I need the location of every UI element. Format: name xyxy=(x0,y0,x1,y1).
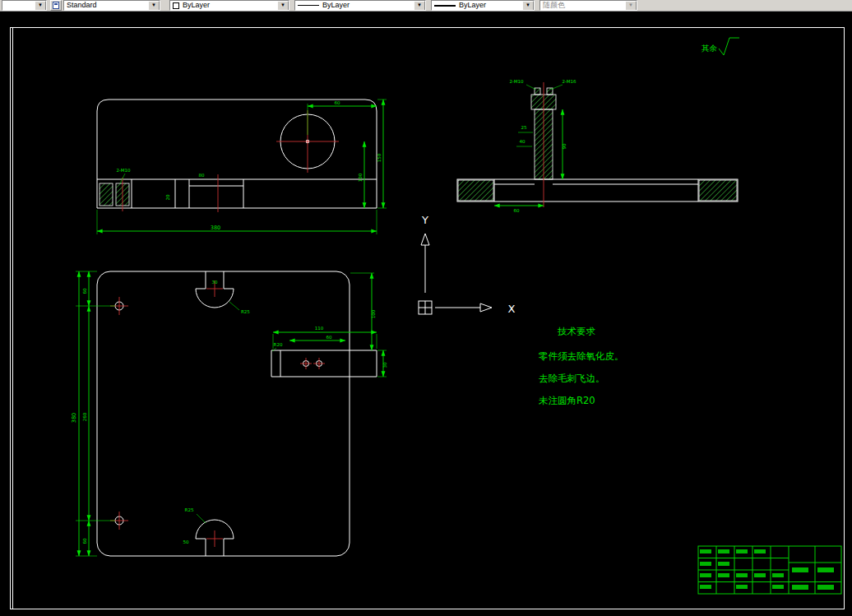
dim-label: 30 xyxy=(382,362,387,368)
tech-req-title: 技术要求 xyxy=(557,326,596,337)
thread-callout: 2-M16 xyxy=(562,79,576,84)
text-style-combo[interactable]: Standard ▼ xyxy=(63,0,160,11)
dim-label: 20 xyxy=(165,194,170,200)
dim-label: R25 xyxy=(241,309,250,314)
style-manager-button[interactable] xyxy=(50,0,62,11)
roughness-icon xyxy=(719,38,729,55)
centerlines xyxy=(123,110,339,212)
ucs-x-label: X xyxy=(508,303,516,315)
tech-req-line: 去除毛刺飞边。 xyxy=(539,373,605,384)
title-block xyxy=(698,546,841,594)
properties-toolbar: ▼ Standard ▼ ByLayer ▼ ByLayer ▼ ByLayer… xyxy=(0,0,852,12)
color-combo[interactable]: ByLayer ▼ xyxy=(169,0,289,11)
dim-label: 90 xyxy=(562,143,567,149)
chevron-down-icon[interactable]: ▼ xyxy=(414,1,425,11)
model-space-canvas[interactable]: 60 100 150 380 2-M10 80 20 xyxy=(0,12,852,616)
surface-note-text: 其余 xyxy=(702,44,718,53)
tech-requirements: 技术要求 零件须去除氧化皮。 去除毛刺飞边。 未注圆角R20 xyxy=(539,326,624,406)
dim-label: 25 xyxy=(521,125,527,130)
dim-label: 380 xyxy=(211,225,220,231)
plan-view: 380 60 260 60 R25 30 R25 50 110 60 R20 3… xyxy=(71,271,387,556)
plan-view-dimensions: 380 60 260 60 R25 30 R25 50 110 60 R20 3… xyxy=(71,271,387,556)
layer-combo[interactable]: ▼ xyxy=(2,0,47,11)
chevron-down-icon[interactable]: ▼ xyxy=(522,1,534,11)
dim-label: 100 xyxy=(371,309,376,318)
linetype-sample-icon xyxy=(298,5,319,6)
dim-label: 100 xyxy=(358,173,363,182)
ucs-y-label: Y xyxy=(421,214,428,226)
lineweight-sample-icon xyxy=(434,5,456,7)
front-view: 60 100 150 380 2-M10 80 20 xyxy=(97,100,387,234)
dim-label: 50 xyxy=(183,540,189,544)
surface-finish-note: 其余 xyxy=(702,38,739,55)
dim-label: R25 xyxy=(185,507,194,512)
chevron-down-icon[interactable]: ▼ xyxy=(35,1,46,11)
chevron-down-icon: ▼ xyxy=(625,1,637,11)
dim-label: 60 xyxy=(335,100,340,105)
drawing-svg: 60 100 150 380 2-M10 80 20 xyxy=(0,12,852,616)
section-view: 2-M10 2-M16 25 40 90 60 xyxy=(457,79,738,213)
dim-label: 60 xyxy=(326,335,332,340)
sheet-frame xyxy=(11,28,845,609)
thread-callout: 2-M10 xyxy=(116,168,131,173)
front-view-dimensions: 60 100 150 380 2-M10 80 20 xyxy=(97,100,387,234)
dim-label: 30 xyxy=(212,280,218,285)
linetype-combo[interactable]: ByLayer ▼ xyxy=(294,0,426,11)
text-style-value: Standard xyxy=(67,2,97,9)
plotstyle-combo-value: 随颜色 xyxy=(543,2,565,9)
thread-callout: 2-M10 xyxy=(509,79,524,84)
chevron-down-icon[interactable]: ▼ xyxy=(148,1,160,11)
linetype-combo-value: ByLayer xyxy=(322,2,350,9)
dim-label: 150 xyxy=(377,153,382,162)
tech-req-line: 零件须去除氧化皮。 xyxy=(539,350,624,362)
document-icon xyxy=(53,2,59,9)
lineweight-combo-value: ByLayer xyxy=(459,2,486,9)
ucs-icon: Y X xyxy=(419,214,516,315)
lineweight-combo[interactable]: ByLayer ▼ xyxy=(431,0,535,11)
dim-label: 60 xyxy=(82,538,87,544)
plotstyle-combo: 随颜色 ▼ xyxy=(539,0,637,11)
color-combo-value: ByLayer xyxy=(183,2,210,9)
dim-label: 80 xyxy=(199,173,205,178)
dim-label: 260 xyxy=(82,412,87,421)
tech-req-line: 未注圆角R20 xyxy=(539,395,595,406)
color-swatch-icon xyxy=(173,2,179,9)
dim-label: 60 xyxy=(82,288,87,294)
dim-label: 380 xyxy=(71,413,77,423)
dim-label: 110 xyxy=(315,326,324,331)
chevron-down-icon[interactable]: ▼ xyxy=(277,1,289,11)
dim-label: 60 xyxy=(514,208,520,213)
dim-label: R20 xyxy=(274,342,283,347)
dim-label: 40 xyxy=(520,139,526,144)
